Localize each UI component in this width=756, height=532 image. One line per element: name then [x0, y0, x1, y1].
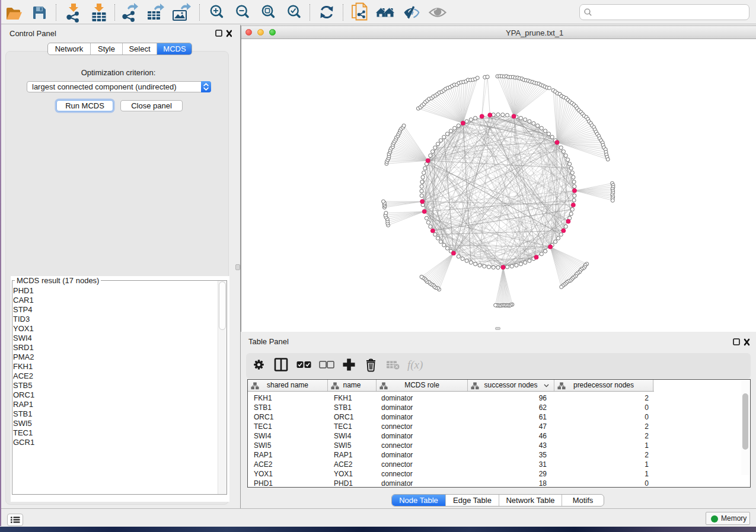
svg-text:f(x): f(x)	[407, 358, 423, 371]
